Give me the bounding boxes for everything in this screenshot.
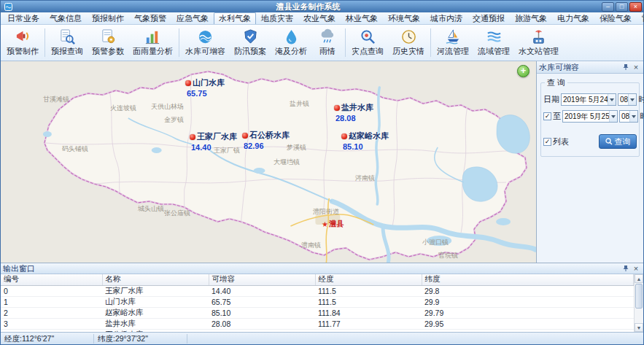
table-cell: 111.5 <box>315 296 422 307</box>
longitude-status: 经度:112°6'27" <box>1 334 94 344</box>
status-bar: 经度:112°6'27" 纬度:29°37'32" <box>1 332 643 344</box>
table-row[interactable]: 1山门水库65.75111.529.9 <box>1 296 634 307</box>
toolbar-label: 防汛预案 <box>234 46 266 57</box>
scrollbar[interactable]: ▲ ▼ <box>634 274 643 332</box>
menu-item-保险气象[interactable]: 保险气象 <box>594 12 637 24</box>
reservoir-marker-山门水库[interactable]: 山门水库65.75 <box>185 77 225 98</box>
column-header-名称[interactable]: 名称 <box>102 274 209 285</box>
title-bar[interactable]: 澧县业务制作系统 – □ × <box>1 1 643 12</box>
maximize-button[interactable]: □ <box>616 2 628 12</box>
menu-item-日常业务[interactable]: 日常业务 <box>2 12 44 24</box>
list-label: 列表 <box>553 136 569 147</box>
pin-icon[interactable] <box>621 263 631 274</box>
town-label: 梦溪镇 <box>287 143 306 152</box>
toolbar-button-河流管理[interactable]: 河流管理 <box>432 26 473 60</box>
output-table-body: 0王家厂水库14.40111.529.81山门水库65.75111.529.92… <box>1 285 634 332</box>
menu-item-交通预报[interactable]: 交通预报 <box>468 12 510 24</box>
toolbar-button-预警参数[interactable]: 预警参数 <box>88 26 128 60</box>
close-icon[interactable]: × <box>631 62 641 72</box>
hour-to-select[interactable]: 08 <box>619 110 638 123</box>
menu-item-应急气象[interactable]: 应急气象 <box>171 12 214 24</box>
toolbar-button-雨情[interactable]: 雨情 <box>311 26 344 60</box>
menu-item-雷电预报[interactable]: 雷电预报 <box>637 12 644 24</box>
menu-bar: 日常业务气象信息预报制作气象预警应急气象水利气象地质灾害农业气象林业气象环境气象… <box>1 12 643 25</box>
date-from-select[interactable]: 2019年 5月24日 <box>561 93 616 106</box>
toolbar-button-流域管理[interactable]: 流域管理 <box>473 26 514 60</box>
date-to-select[interactable]: 2019年 5月25日 <box>562 110 618 123</box>
toolbar-button-水文站管理[interactable]: 水文站管理 <box>514 26 563 60</box>
panel-title: 水库可增容 <box>539 62 621 73</box>
scroll-up-icon[interactable]: ▲ <box>635 274 643 283</box>
toolbar-button-预警制作[interactable]: 预警制作 <box>2 26 43 60</box>
town-label: 官垸镇 <box>438 251 458 260</box>
toolbar-button-灾点查询[interactable]: 灾点查询 <box>347 26 388 60</box>
date-from-row: 日期 2019年 5月24日 08 时 <box>543 93 637 106</box>
table-row[interactable]: 3盐井水库28.08111.7729.95 <box>1 318 634 329</box>
minimize-button[interactable]: – <box>602 2 614 12</box>
menu-item-环境气象[interactable]: 环境气象 <box>383 12 425 24</box>
reservoir-marker-王家厂水库[interactable]: 王家厂水库14.40 <box>190 131 237 152</box>
menu-item-旅游气象[interactable]: 旅游气象 <box>510 12 552 24</box>
toolbar-label: 雨情 <box>319 46 335 57</box>
reservoir-value: 65.75 <box>187 89 225 98</box>
list-checkbox[interactable]: ✓ <box>543 138 551 146</box>
menu-item-林业气象[interactable]: 林业气象 <box>341 12 383 24</box>
scrollbar-thumb[interactable] <box>635 284 643 309</box>
column-header-经度[interactable]: 经度 <box>315 274 422 285</box>
hour-from-select[interactable]: 08 <box>618 93 637 106</box>
reservoir-marker-赵家峪水库[interactable]: 赵家峪水库85.10 <box>341 131 389 151</box>
map-add-button[interactable]: + <box>517 65 529 77</box>
scroll-down-icon[interactable]: ▼ <box>635 323 643 332</box>
menu-item-电力气象[interactable]: 电力气象 <box>552 12 594 24</box>
table-cell: 1 <box>1 296 102 307</box>
menu-item-地质灾害[interactable]: 地质灾害 <box>256 12 298 24</box>
toolbar-button-面雨量分析[interactable]: 面雨量分析 <box>128 26 177 60</box>
column-header-纬度[interactable]: 纬度 <box>422 274 634 285</box>
menu-item-农业气象[interactable]: 农业气象 <box>298 12 341 24</box>
table-cell: 29.95 <box>422 318 634 329</box>
reservoir-marker-石公桥水库[interactable]: 石公桥水库82.96 <box>242 130 290 150</box>
toolbar-label: 流域管理 <box>478 46 510 57</box>
menu-item-城市内涝[interactable]: 城市内涝 <box>425 12 468 24</box>
list-query-row: ✓ 列表 查询 <box>543 134 637 149</box>
toolbar-button-预报查询[interactable]: 预报查询 <box>47 26 88 60</box>
toolbar-button-防汛预案[interactable]: 防汛预案 <box>230 26 271 60</box>
table-row[interactable]: 0王家厂水库14.40111.529.8 <box>1 285 634 296</box>
column-header-编号[interactable]: 编号 <box>1 274 102 285</box>
hour-unit-label: 时 <box>638 94 644 105</box>
table-cell: 29.9 <box>422 296 634 307</box>
county-seat-label: ★ 澧县 <box>322 219 344 229</box>
rain-icon <box>319 28 336 45</box>
pin-icon[interactable] <box>621 62 631 72</box>
close-icon[interactable]: × <box>631 263 641 274</box>
chevron-down-icon <box>628 94 636 105</box>
toolbar-button-淹及分析[interactable]: 淹及分析 <box>271 26 311 60</box>
toolbar-separator <box>44 28 45 57</box>
town-label: 澧阳街道 <box>313 207 339 217</box>
toolbar-button-历史灾情[interactable]: 历史灾情 <box>388 26 429 60</box>
marker-dot-icon <box>334 105 340 111</box>
table-row[interactable]: 4石公桥水库82.96111.6529.8 <box>1 329 634 332</box>
menu-item-水利气象[interactable]: 水利气象 <box>214 12 256 24</box>
marker-dot-icon <box>185 80 191 86</box>
output-header-row: 编号名称可增容经度纬度 <box>1 274 634 285</box>
menu-item-气象预警[interactable]: 气象预警 <box>129 12 171 24</box>
app-icon <box>4 3 12 11</box>
close-button[interactable]: × <box>629 2 642 12</box>
menu-item-气象信息[interactable]: 气象信息 <box>44 12 87 24</box>
table-row[interactable]: 2赵家峪水库85.10111.8429.79 <box>1 307 634 318</box>
disaster-search-icon <box>360 28 376 45</box>
county-map[interactable] <box>1 61 536 263</box>
toolbar-button-水库可增容[interactable]: 水库可增容 <box>181 26 230 60</box>
reservoir-marker-盐井水库[interactable]: 盐井水库28.08 <box>334 102 373 123</box>
to-checkbox[interactable]: ✓ <box>543 112 551 120</box>
menu-item-预报制作[interactable]: 预报制作 <box>87 12 129 24</box>
output-header: 输出窗口 × <box>1 263 643 274</box>
column-header-可增容[interactable]: 可增容 <box>209 274 315 285</box>
star-icon: ★ <box>322 220 328 228</box>
table-cell: 王家厂水库 <box>102 285 209 296</box>
warning-params-icon <box>100 28 117 45</box>
chevron-down-icon <box>608 94 616 105</box>
map-view[interactable]: 甘溪滩镇火连坡镇天供山林场金罗镇盐井镇码头铺镇王家厂镇梦溪镇大堰垱镇涔南镇城头山… <box>1 61 537 263</box>
query-button[interactable]: 查询 <box>599 134 637 149</box>
